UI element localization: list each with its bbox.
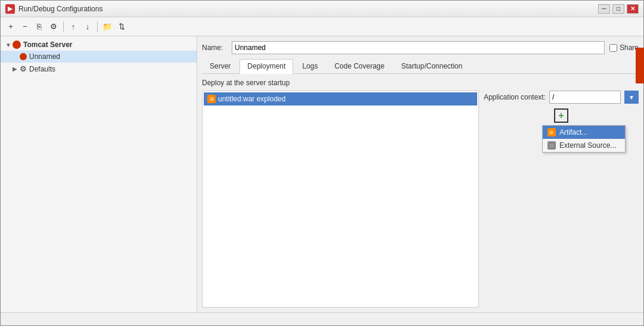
app-context-row: Application context: ▼ <box>484 91 639 104</box>
app-context-dropdown[interactable]: ▼ <box>624 91 639 104</box>
toolbar-separator-2 <box>97 21 98 32</box>
move-up-button[interactable]: ↑ <box>67 20 80 33</box>
copy-config-button[interactable]: ⎘ <box>33 20 46 33</box>
artifact-list-container: ⚙ untitled:war exploded <box>202 91 479 308</box>
window-title: Run/Debug Configurations <box>18 5 598 13</box>
bottom-bar <box>1 312 643 325</box>
sidebar: ▼ Tomcat Server Unnamed ▶ ⚙ Defaults <box>1 36 197 312</box>
maximize-button[interactable]: □ <box>612 4 624 14</box>
folder-button[interactable]: 📁 <box>101 20 114 33</box>
dropdown-external-label: External Source... <box>559 141 616 150</box>
artifact-menu-icon: ⚙ <box>547 128 556 136</box>
tomcat-icon <box>13 41 21 49</box>
move-down-button[interactable]: ↓ <box>81 20 94 33</box>
dropdown-item-artifact[interactable]: ⚙ Artifact... <box>543 126 625 139</box>
close-button[interactable]: ✕ <box>627 4 639 14</box>
tab-code-coverage[interactable]: Code Coverage <box>326 59 392 73</box>
right-controls: Application context: ▼ + ⚙ Artifact... <box>484 91 639 308</box>
dropdown-menu: ⚙ Artifact... □ External Source... <box>542 125 626 153</box>
collapse-arrow: ▼ <box>5 42 13 48</box>
name-label: Name: <box>202 44 232 52</box>
name-input[interactable] <box>232 41 605 54</box>
main-content: ▼ Tomcat Server Unnamed ▶ ⚙ Defaults Nam… <box>1 36 643 312</box>
minimize-button[interactable]: ─ <box>598 4 610 14</box>
sidebar-item-tomcat[interactable]: ▼ Tomcat Server <box>1 39 197 51</box>
add-artifact-button[interactable]: + <box>554 108 568 123</box>
right-panel: Name: Share Server Deployment Logs Code … <box>197 36 643 312</box>
add-button-container: + ⚙ Artifact... □ External Source... <box>554 108 568 123</box>
remove-config-button[interactable]: − <box>18 20 32 33</box>
sort-button[interactable]: ⇅ <box>115 20 128 33</box>
artifact-icon: ⚙ <box>207 95 216 103</box>
sidebar-tomcat-label: Tomcat Server <box>23 41 72 49</box>
tabs: Server Deployment Logs Code Coverage Sta… <box>202 59 639 74</box>
artifact-item[interactable]: ⚙ untitled:war exploded <box>204 92 477 105</box>
share-checkbox-input[interactable] <box>609 44 617 52</box>
titlebar: ▶ Run/Debug Configurations ─ □ ✕ <box>1 1 643 17</box>
app-icon: ▶ <box>5 4 15 14</box>
defaults-icon: ⚙ <box>20 64 27 73</box>
deploy-section-label: Deploy at the server startup <box>202 79 639 87</box>
name-row: Name: Share <box>202 41 639 54</box>
add-config-button[interactable]: + <box>4 20 17 33</box>
sidebar-item-defaults[interactable]: ▶ ⚙ Defaults <box>1 63 197 75</box>
app-context-label: Application context: <box>484 93 546 101</box>
tab-deployment[interactable]: Deployment <box>239 59 293 74</box>
tomcat-icon-small <box>20 53 27 60</box>
share-checkbox[interactable]: Share <box>609 44 639 52</box>
artifact-item-label: untitled:war exploded <box>218 95 285 103</box>
dropdown-item-external-source[interactable]: □ External Source... <box>543 139 625 152</box>
tab-server[interactable]: Server <box>202 59 238 73</box>
sidebar-item-unnamed[interactable]: Unnamed <box>1 51 197 63</box>
deploy-area: ⚙ untitled:war exploded Application cont… <box>202 91 639 308</box>
sidebar-unnamed-label: Unnamed <box>29 52 60 61</box>
external-source-icon: □ <box>547 141 556 150</box>
toolbar-separator-1 <box>63 21 64 32</box>
settings-button[interactable]: ⚙ <box>47 20 60 33</box>
tab-logs[interactable]: Logs <box>294 59 325 73</box>
app-context-input[interactable] <box>549 91 621 104</box>
defaults-arrow: ▶ <box>13 66 20 72</box>
toolbar: + − ⎘ ⚙ ↑ ↓ 📁 ⇅ <box>1 17 643 36</box>
tab-startup-connection[interactable]: Startup/Connection <box>393 59 470 73</box>
red-accent-bar <box>636 48 643 83</box>
main-window: ▶ Run/Debug Configurations ─ □ ✕ + − ⎘ ⚙… <box>0 0 644 326</box>
window-controls: ─ □ ✕ <box>598 4 639 14</box>
sidebar-defaults-label: Defaults <box>29 65 55 73</box>
dropdown-artifact-label: Artifact... <box>559 128 587 136</box>
